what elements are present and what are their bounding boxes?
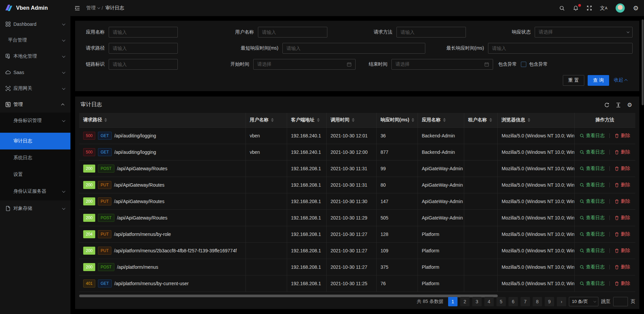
search-button[interactable]: 查 询: [588, 75, 609, 86]
user-name-input[interactable]: [258, 27, 327, 38]
sidebar-item-management[interactable]: 管理: [0, 97, 70, 113]
jump-page-input[interactable]: [613, 297, 628, 306]
sidebar-item-auth-server[interactable]: 身份认证服务器: [0, 183, 70, 200]
table-row[interactable]: 500 GET /api/auditing/logging vben 192.1…: [79, 127, 635, 144]
sort-icon[interactable]: [528, 118, 530, 122]
page-button[interactable]: 9: [545, 297, 554, 306]
view-log-button[interactable]: 查看日志: [580, 215, 605, 221]
table-settings-icon[interactable]: ⚙: [627, 102, 633, 108]
request-method-input[interactable]: [396, 27, 466, 38]
response-status-select[interactable]: 请选择: [535, 27, 633, 38]
page-size-select[interactable]: 10 条/页: [569, 297, 598, 306]
delete-button[interactable]: 删除: [614, 133, 630, 139]
page-button[interactable]: 2: [460, 297, 470, 306]
column-header[interactable]: 租户名称: [464, 113, 497, 127]
page-button[interactable]: 7: [521, 297, 530, 306]
sidebar-item-identity[interactable]: 身份标识管理: [0, 113, 70, 129]
sort-icon[interactable]: [443, 118, 446, 122]
page-button[interactable]: 8: [533, 297, 542, 306]
menu-fold-icon[interactable]: [74, 5, 80, 11]
sort-icon[interactable]: [352, 118, 355, 122]
view-log-button[interactable]: 查看日志: [580, 198, 605, 204]
search-icon[interactable]: [559, 5, 565, 11]
sort-icon[interactable]: [489, 118, 492, 122]
vertical-scrollbar-thumb[interactable]: [642, 19, 644, 105]
delete-button[interactable]: 删除: [614, 149, 630, 155]
delete-button[interactable]: 删除: [614, 280, 630, 287]
column-header[interactable]: 用户名称: [246, 113, 287, 127]
sort-icon[interactable]: [271, 118, 274, 122]
translate-icon[interactable]: 文A: [600, 5, 607, 11]
table-row[interactable]: 200 POST /api/ApiGateway/Routes 192.168.…: [79, 160, 635, 177]
avatar[interactable]: [615, 3, 625, 13]
settings-gear-icon[interactable]: ⚙: [633, 5, 639, 11]
column-header[interactable]: 客户端地址: [287, 113, 326, 127]
page-button[interactable]: 5: [496, 297, 506, 306]
table-row[interactable]: 200 PUT /api/ApiGateway/Routes 192.168.2…: [79, 177, 635, 193]
delete-button[interactable]: 删除: [614, 215, 630, 221]
refresh-icon[interactable]: [604, 102, 610, 108]
sidebar-item-system-log[interactable]: 系统日志: [0, 149, 70, 166]
delete-button[interactable]: 删除: [614, 198, 630, 204]
delete-button[interactable]: 删除: [614, 166, 630, 172]
app-name-input[interactable]: [109, 27, 178, 38]
sidebar-item-gateway[interactable]: 应用网关: [0, 80, 70, 97]
start-time-picker[interactable]: 请选择: [253, 59, 356, 70]
delete-button[interactable]: 删除: [614, 182, 630, 188]
column-header[interactable]: 请求路径: [79, 113, 246, 127]
delete-button[interactable]: 删除: [614, 248, 630, 254]
column-height-icon[interactable]: [615, 102, 621, 108]
notification-bell-icon[interactable]: [573, 5, 579, 11]
view-log-button[interactable]: 查看日志: [580, 280, 605, 287]
trace-id-input[interactable]: [109, 59, 178, 70]
sidebar-item-localization[interactable]: 本地化管理: [0, 48, 70, 64]
column-header[interactable]: 浏览器信息: [497, 113, 574, 127]
sort-icon[interactable]: [412, 118, 414, 122]
table-row[interactable]: 200 PUT /api/ApiGateway/Routes 192.168.2…: [79, 193, 635, 209]
request-path-input[interactable]: [109, 43, 178, 54]
reset-button[interactable]: 重 置: [563, 75, 584, 86]
delete-button[interactable]: 删除: [614, 231, 630, 237]
sidebar-item-dashboard[interactable]: Dashboard: [0, 16, 70, 32]
table-row[interactable]: 401 GET /api/platform/menus/by-current-u…: [79, 275, 635, 292]
sort-icon[interactable]: [104, 118, 107, 122]
column-header[interactable]: 响应时间(ms): [376, 113, 418, 127]
page-button[interactable]: 4: [484, 297, 494, 306]
method-badge: POST: [98, 214, 114, 222]
fullscreen-icon[interactable]: [587, 5, 592, 11]
table-row[interactable]: 204 PUT /api/platform/menus/by-role 192.…: [79, 226, 635, 242]
column-header[interactable]: 应用名称: [418, 113, 464, 127]
view-log-button[interactable]: 查看日志: [580, 248, 605, 254]
breadcrumb-section[interactable]: 管理: [86, 5, 99, 11]
sidebar-item-settings[interactable]: 设置: [0, 166, 70, 183]
logo[interactable]: Vben Admin: [0, 0, 70, 16]
view-log-button[interactable]: 查看日志: [580, 166, 605, 172]
delete-button[interactable]: 删除: [614, 264, 630, 270]
table-row[interactable]: 500 GET /api/auditing/logging vben 192.1…: [79, 144, 635, 160]
view-log-button[interactable]: 查看日志: [580, 149, 605, 155]
table-row[interactable]: 200 POST /api/platform/menus 192.168.208…: [79, 259, 635, 275]
column-header[interactable]: 操作方法: [574, 113, 635, 127]
max-response-input[interactable]: [488, 43, 633, 54]
page-button[interactable]: 6: [508, 297, 518, 306]
sort-icon[interactable]: [317, 118, 320, 122]
view-log-button[interactable]: 查看日志: [580, 133, 605, 139]
view-log-button[interactable]: 查看日志: [580, 231, 605, 237]
sidebar-item-platform[interactable]: 平台管理: [0, 32, 70, 48]
view-log-button[interactable]: 查看日志: [580, 264, 605, 270]
sidebar-item-object-storage[interactable]: 对象存储: [0, 200, 70, 216]
collapse-filter-link[interactable]: 收起: [614, 77, 628, 83]
end-time-picker[interactable]: 请选择: [391, 59, 493, 70]
include-exception-checkbox[interactable]: [521, 62, 526, 67]
page-button[interactable]: 1: [448, 297, 458, 306]
client-address-cell: 192.168.208.1: [287, 259, 326, 275]
column-header[interactable]: 调用时间: [326, 113, 376, 127]
min-response-input[interactable]: [282, 43, 425, 54]
table-row[interactable]: 200 PUT /api/platform/menus/2b3accf8-4fb…: [79, 242, 635, 259]
sidebar-item-audit-log[interactable]: 审计日志: [0, 133, 70, 149]
table-row[interactable]: 200 POST /api/ApiGateway/Routes 192.168.…: [79, 209, 635, 226]
sidebar-item-saas[interactable]: Saas: [0, 64, 70, 80]
view-log-button[interactable]: 查看日志: [580, 182, 605, 188]
next-page-button[interactable]: ›: [557, 297, 566, 306]
page-button[interactable]: 3: [472, 297, 482, 306]
